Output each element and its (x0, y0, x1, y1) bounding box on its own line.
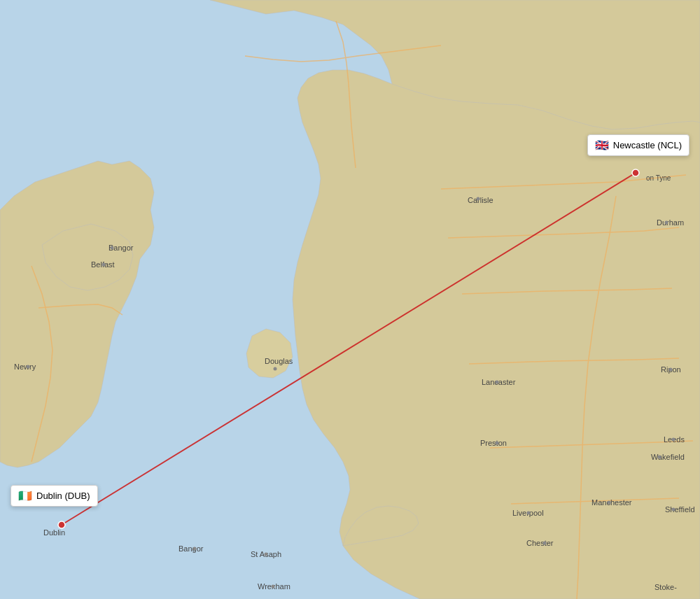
city-dot-liverpool (527, 512, 531, 515)
city-dot-wrexham (272, 585, 275, 589)
city-dot-carlisle (477, 197, 480, 201)
map-container: Bangor Belfast Newry Douglas Carlisle Du… (0, 0, 700, 599)
city-dot-newry (27, 365, 30, 369)
city-dot-lancaster (496, 381, 499, 384)
city-label-on-tyne: on Tyne (646, 174, 671, 182)
city-dot-leeds (672, 438, 676, 442)
city-label-chester: Chester (526, 539, 554, 547)
city-dot-sheffield (672, 508, 676, 512)
newcastle-airport-badge: 🇬🇧 Newcastle (NCL) (587, 134, 690, 156)
city-dot-ripon (669, 368, 673, 372)
dublin-airport-label: Dublin (DUB) (36, 491, 90, 501)
city-dot-bangor-wales (193, 547, 197, 551)
map-svg: Bangor Belfast Newry Douglas Carlisle Du… (0, 0, 700, 599)
city-label-manchester: Manchester (592, 498, 632, 507)
city-dot-st-asaph (265, 553, 268, 556)
city-dot-preston (496, 442, 499, 445)
newcastle-airport-dot (632, 169, 639, 176)
uk-flag-icon: 🇬🇧 (595, 139, 609, 152)
city-label-newry: Newry (14, 362, 36, 371)
city-label-stoke: Stoke- (654, 583, 677, 591)
ireland-flag-icon: 🇮🇪 (18, 489, 32, 502)
city-label-dublin: Dublin (43, 528, 65, 537)
city-dot-bangor-ni (111, 246, 114, 250)
city-label-durham: Durham (657, 218, 684, 227)
city-dot-douglas (274, 367, 277, 371)
city-dot-belfast (102, 263, 106, 267)
city-label-preston: Preston (480, 439, 507, 447)
city-dot-durham (665, 221, 668, 225)
city-dot-chester (543, 542, 547, 545)
city-label-carlisle: Carlisle (468, 196, 493, 204)
dublin-airport-badge: 🇮🇪 Dublin (DUB) (10, 485, 98, 507)
dublin-airport-dot (58, 521, 65, 528)
city-dot-wakefield (658, 456, 662, 459)
city-label-douglas: Douglas (265, 357, 293, 365)
city-label-bangor-wales: Bangor (178, 544, 204, 553)
newcastle-airport-label: Newcastle (NCL) (613, 140, 682, 150)
city-label-sheffield: Sheffield (665, 505, 695, 514)
city-dot-manchester (608, 501, 611, 505)
city-label-wakefield: Wakefield (651, 453, 685, 461)
